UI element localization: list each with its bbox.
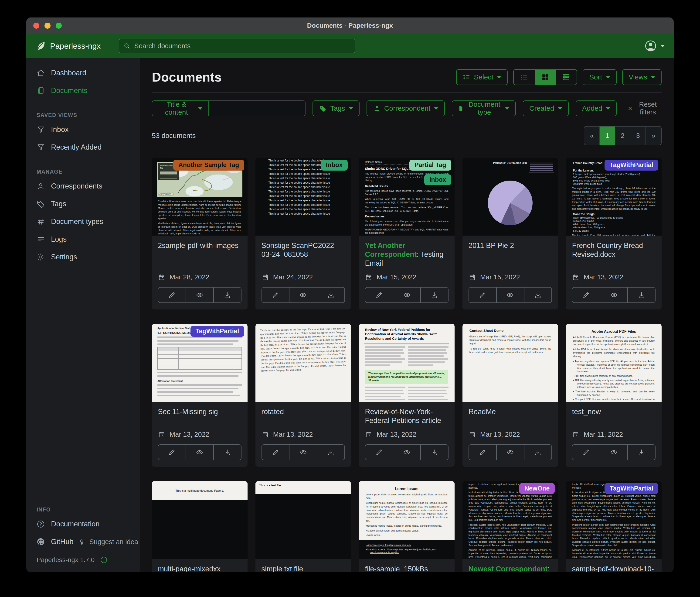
filter-added-button[interactable]: Added: [576, 100, 617, 116]
document-title[interactable]: Sonstige ScanPC2022 03-24_081058: [261, 241, 345, 259]
document-title[interactable]: Newest Correspondent: f_combineds: [469, 565, 552, 572]
download-button[interactable]: [627, 445, 655, 460]
views-button[interactable]: Views: [622, 69, 661, 85]
document-title[interactable]: Sec 11-Missing sig: [158, 407, 242, 425]
brand[interactable]: Paperless-ngx: [35, 41, 101, 51]
select-button[interactable]: Select: [456, 69, 508, 85]
document-thumbnail[interactable]: This is a multi page document. Page 1.: [152, 481, 248, 559]
download-button[interactable]: [317, 288, 344, 303]
download-button[interactable]: [524, 445, 552, 460]
document-title[interactable]: ReadMe: [469, 407, 552, 425]
download-button[interactable]: [213, 288, 241, 303]
correspondent-link[interactable]: Newest Correspondent: [469, 565, 548, 572]
edit-button[interactable]: [365, 445, 393, 460]
document-card[interactable]: turpis. Ut eleifend urna eget nisl ferme…: [462, 481, 558, 572]
user-menu[interactable]: [644, 40, 665, 52]
view-button[interactable]: [289, 288, 317, 303]
tag-pill[interactable]: Partial Tag: [409, 160, 451, 171]
sidebar-item-settings[interactable]: Settings: [26, 248, 140, 266]
edit-button[interactable]: [469, 288, 496, 303]
document-title[interactable]: Yet Another Correspondent: Testing Email: [365, 241, 449, 268]
view-button[interactable]: [185, 445, 213, 460]
tag-pill[interactable]: Another Sample Tag: [173, 160, 244, 171]
document-title[interactable]: Review-of-New-York-Federal-Petitions-art…: [365, 407, 449, 425]
document-thumbnail[interactable]: Review of New York Federal Petitions for…: [359, 324, 454, 402]
filter-tags-button[interactable]: Tags: [312, 100, 359, 116]
document-title[interactable]: multi-page-mixedxx: [158, 565, 242, 572]
download-button[interactable]: [627, 288, 655, 303]
document-card[interactable]: Application for Medical Staff Membership…: [152, 324, 248, 467]
pagination-page-2[interactable]: 2: [615, 126, 630, 145]
document-thumbnail[interactable]: turpis. Ut eleifend urna eget nisl ferme…: [462, 481, 558, 559]
view-button[interactable]: [289, 445, 317, 460]
document-card[interactable]: Lorem ipsumLorem ipsum dolor sit amet, c…: [359, 481, 454, 572]
tag-pill[interactable]: Inbox: [321, 160, 348, 171]
document-thumbnail[interactable]: French Country BreadFor the Leaven:1 hea…: [566, 158, 661, 236]
sidebar-item-inbox[interactable]: Inbox: [26, 121, 140, 138]
pagination-page-3[interactable]: 3: [630, 126, 646, 145]
document-thumbnail[interactable]: Patient BP Distribution 2011: [462, 158, 558, 236]
document-thumbnail[interactable]: This is the text that appears on the fir…: [255, 324, 351, 402]
edit-button[interactable]: [262, 445, 289, 460]
document-card[interactable]: This is the text that appears on the fir…: [255, 324, 351, 467]
view-button[interactable]: [600, 288, 627, 303]
edit-button[interactable]: [158, 445, 185, 460]
search-input[interactable]: [134, 42, 351, 50]
edit-button[interactable]: [572, 445, 600, 460]
document-title[interactable]: 2011 BP Pie 2: [469, 241, 552, 259]
tag-pill[interactable]: NewOne: [519, 483, 555, 494]
view-detail-button[interactable]: [556, 70, 577, 85]
view-button[interactable]: [496, 445, 524, 460]
document-thumbnail[interactable]: Contact Sheet DemoGiven a set of image f…: [462, 324, 558, 402]
document-card[interactable]: Adobe Acrobat PDF FilesAdobe® Portable D…: [566, 324, 661, 467]
document-thumbnail[interactable]: This is a test file.: [255, 481, 351, 559]
view-button[interactable]: [185, 288, 213, 303]
view-button[interactable]: [600, 445, 627, 460]
document-thumbnail[interactable]: Boundary Waters TripGoogle EarthCurabitu…: [152, 158, 248, 236]
maximize-window-button[interactable]: [56, 23, 62, 29]
sidebar-item-github[interactable]: GitHub: [26, 533, 78, 551]
info-circle-icon[interactable]: [100, 556, 107, 564]
filter-field-button[interactable]: Title & content: [152, 100, 209, 116]
tag-pill[interactable]: TagWithPartial: [604, 160, 658, 171]
document-thumbnail[interactable]: This is a test for the double space char…: [255, 158, 351, 236]
tag-pill[interactable]: TagWithPartial: [191, 326, 244, 337]
document-title[interactable]: test_new: [572, 407, 655, 425]
document-title[interactable]: file-sample_150kBs: [365, 565, 449, 572]
edit-button[interactable]: [469, 445, 496, 460]
download-button[interactable]: [524, 288, 552, 303]
sidebar-item-logs[interactable]: Logs: [26, 231, 140, 248]
document-thumbnail[interactable]: Release NotesSimba ODBC Driver for SQL S…: [359, 158, 454, 236]
sidebar-item-documents[interactable]: Documents: [26, 82, 140, 99]
document-title[interactable]: simple txt file: [261, 565, 345, 572]
edit-button[interactable]: [262, 288, 289, 303]
view-button[interactable]: [496, 288, 524, 303]
document-card[interactable]: Release NotesSimba ODBC Driver for SQL S…: [359, 158, 454, 309]
document-card[interactable]: This is a test for the double space char…: [255, 158, 351, 309]
sidebar-item-documentation[interactable]: ? Documentation: [26, 515, 140, 533]
pagination-last[interactable]: »: [646, 126, 661, 145]
pagination-first[interactable]: «: [584, 126, 600, 145]
document-card[interactable]: Contact Sheet DemoGiven a set of image f…: [462, 324, 558, 467]
sidebar-item-tags[interactable]: Tags: [26, 195, 140, 213]
edit-button[interactable]: [572, 288, 600, 303]
view-list-button[interactable]: [514, 70, 535, 85]
document-title[interactable]: French Country Bread Revised.docx: [572, 241, 655, 259]
document-card[interactable]: This is a test file. simple txt file: [255, 481, 351, 572]
close-window-button[interactable]: [33, 23, 39, 29]
document-title[interactable]: sample-pdf-download-10-mb-longer-title: [572, 565, 655, 572]
tag-pill[interactable]: Inbox: [424, 174, 451, 185]
reset-filters-button[interactable]: × Reset filters: [626, 100, 661, 116]
correspondent-link[interactable]: Yet Another Correspondent: [365, 241, 417, 258]
filter-created-button[interactable]: Created: [523, 100, 569, 116]
sidebar-item-correspondents[interactable]: Correspondents: [26, 177, 140, 195]
download-button[interactable]: [420, 288, 448, 303]
document-title[interactable]: 2sample-pdf-with-images: [158, 241, 242, 259]
suggest-idea-link[interactable]: Suggest an idea: [78, 538, 138, 546]
document-thumbnail[interactable]: Lorem ipsumLorem ipsum dolor sit amet, c…: [359, 481, 454, 559]
document-card[interactable]: This is a multi page document. Page 1. m…: [152, 481, 248, 572]
document-thumbnail[interactable]: Application for Medical Staff Membership…: [152, 324, 248, 402]
sidebar-item-dashboard[interactable]: Dashboard: [26, 64, 140, 82]
edit-button[interactable]: [365, 288, 393, 303]
download-button[interactable]: [213, 445, 241, 460]
